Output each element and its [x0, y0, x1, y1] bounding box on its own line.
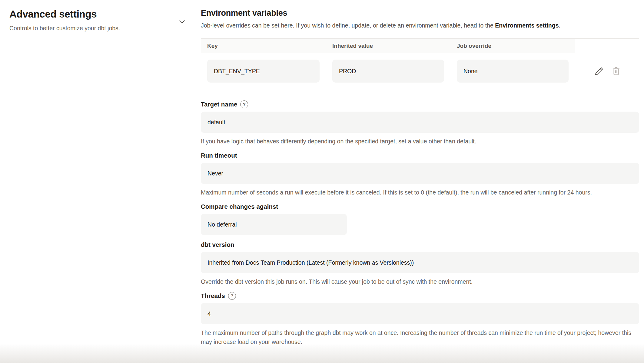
field-target-name: Target name ? default If you have logic … [201, 100, 639, 146]
threads-input[interactable]: 4 [201, 303, 639, 324]
env-vars-description: Job-level overrides can be set here. If … [201, 21, 639, 29]
column-header-job-override: Job override [450, 39, 575, 53]
column-header-inherited-value: Inherited value [326, 39, 450, 53]
bottom-scroll-fade [0, 344, 644, 363]
env-var-key-value: DBT_ENV_TYPE [207, 60, 320, 83]
help-icon[interactable]: ? [240, 100, 248, 108]
dbt-version-select[interactable]: Inherited from Docs Team Production (Lat… [201, 252, 639, 273]
field-threads: Threads ? 4 The maximum number of paths … [201, 292, 639, 346]
dbt-version-helper: Override the dbt version this job runs o… [201, 277, 639, 286]
compare-changes-label: Compare changes against [201, 202, 639, 211]
env-var-override-cell: None [450, 53, 575, 89]
field-dbt-version: dbt version Inherited from Docs Team Pro… [201, 240, 639, 286]
compare-changes-select[interactable]: No deferral [201, 214, 347, 235]
run-timeout-label-text: Run timeout [201, 151, 237, 160]
column-header-actions [575, 39, 639, 53]
dbt-version-label: dbt version [201, 240, 639, 249]
env-vars-description-period: . [559, 22, 560, 29]
delete-env-var-button[interactable] [612, 67, 620, 76]
run-timeout-input[interactable]: Never [201, 163, 639, 184]
collapse-section-button[interactable] [177, 17, 187, 26]
chevron-down-icon [178, 17, 187, 26]
advanced-settings-page: Advanced settings Controls to better cus… [0, 0, 644, 363]
env-var-actions-cell [575, 53, 639, 89]
pencil-icon [594, 66, 604, 76]
field-compare-changes: Compare changes against No deferral [201, 202, 639, 235]
dbt-version-label-text: dbt version [201, 240, 234, 249]
compare-changes-label-text: Compare changes against [201, 202, 278, 211]
run-timeout-label: Run timeout [201, 151, 639, 160]
run-timeout-helper: Maximum number of seconds a run will exe… [201, 188, 639, 197]
advanced-settings-form: Environment variables Job-level override… [201, 0, 639, 346]
target-name-helper: If you have logic that behaves different… [201, 137, 639, 146]
column-header-key: Key [201, 39, 326, 53]
env-vars-heading: Environment variables [201, 8, 639, 18]
env-var-key-cell: DBT_ENV_TYPE [201, 53, 326, 89]
env-var-override-value: None [457, 60, 569, 83]
page-title: Advanced settings [9, 8, 191, 20]
target-name-label: Target name ? [201, 100, 639, 109]
environments-settings-link[interactable]: Environments settings [495, 22, 559, 29]
env-var-inherited-value: PROD [332, 60, 444, 83]
edit-env-var-button[interactable] [594, 66, 604, 76]
threads-label: Threads ? [201, 292, 639, 300]
target-name-input[interactable]: default [201, 112, 639, 133]
env-var-inherited-cell: PROD [326, 53, 450, 89]
page-subtitle: Controls to better customize your dbt jo… [9, 25, 191, 32]
field-run-timeout: Run timeout Never Maximum number of seco… [201, 151, 639, 197]
section-header: Advanced settings Controls to better cus… [9, 8, 191, 32]
trash-icon [612, 67, 620, 76]
env-vars-table: Key Inherited value Job override DBT_ENV… [201, 38, 639, 89]
help-icon[interactable]: ? [228, 292, 236, 300]
env-vars-description-text: Job-level overrides can be set here. If … [201, 22, 495, 29]
target-name-label-text: Target name [201, 100, 237, 109]
threads-label-text: Threads [201, 292, 225, 300]
threads-helper: The maximum number of paths through the … [201, 328, 639, 346]
